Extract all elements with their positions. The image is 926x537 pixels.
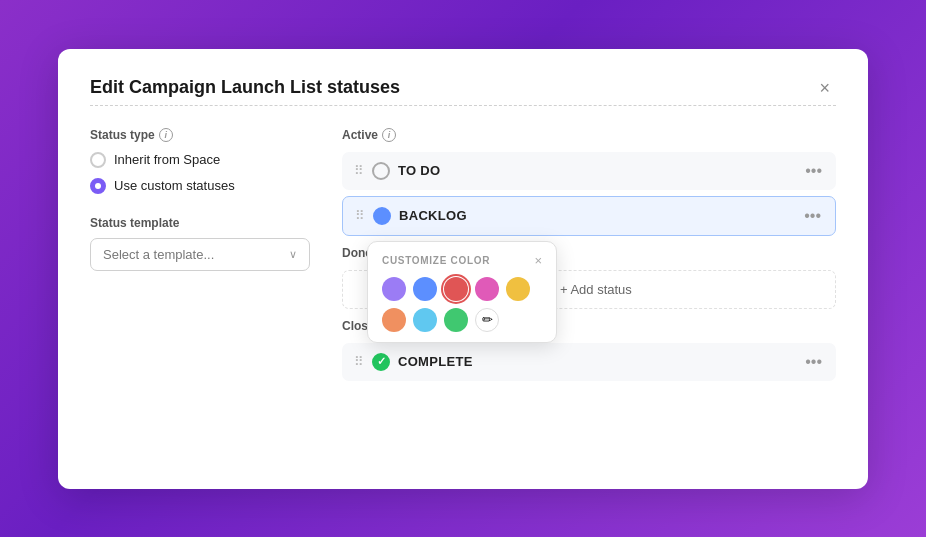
drag-handle-todo[interactable]: ⠿ [354,163,364,178]
radio-inherit-label: Inherit from Space [114,152,220,167]
radio-inherit-from-space[interactable]: Inherit from Space [90,152,310,168]
complete-status-name: COMPLETE [398,354,795,369]
modal-header: Edit Campaign Launch List statuses × [90,77,836,99]
modal-close-button[interactable]: × [813,77,836,99]
swatch-blue[interactable] [413,277,437,301]
todo-more-button[interactable]: ••• [803,162,824,180]
complete-more-button[interactable]: ••• [803,353,824,371]
right-panel: Active i ⠿ TO DO ••• ⠿ ••• [342,128,836,387]
swatch-orange[interactable] [382,308,406,332]
active-info-icon: i [382,128,396,142]
swatch-pink[interactable] [475,277,499,301]
modal-body: Status type i Inherit from Space Use cus… [90,128,836,387]
status-template-section-label: Status template [90,216,310,230]
eyedropper-icon: ✏ [482,312,493,327]
checkmark-icon: ✓ [377,355,386,368]
add-status-label: + Add status [560,282,632,297]
status-type-radio-group: Inherit from Space Use custom statuses [90,152,310,194]
color-swatches: ✏ [382,277,542,332]
swatch-light-blue[interactable] [413,308,437,332]
backlog-name-input[interactable] [399,208,794,223]
drag-handle-complete[interactable]: ⠿ [354,354,364,369]
status-row-complete: ⠿ ✓ COMPLETE ••• [342,343,836,381]
status-row-todo: ⠿ TO DO ••• [342,152,836,190]
radio-inherit-indicator [90,152,106,168]
backlog-more-button[interactable]: ••• [802,207,823,225]
chevron-down-icon: ∨ [289,248,297,261]
left-panel: Status type i Inherit from Space Use cus… [90,128,310,387]
status-template-select[interactable]: Select a template... ∨ [90,238,310,271]
status-type-section-label: Status type i [90,128,310,142]
eyedropper-button[interactable]: ✏ [475,308,499,332]
backlog-status-name [399,208,794,223]
todo-status-icon [372,162,390,180]
swatch-purple[interactable] [382,277,406,301]
status-type-info-icon: i [159,128,173,142]
swatch-green[interactable] [444,308,468,332]
todo-status-name: TO DO [398,163,795,178]
color-picker-title: CUSTOMIZE COLOR [382,255,490,266]
swatch-yellow[interactable] [506,277,530,301]
backlog-status-icon[interactable] [373,207,391,225]
color-picker-close-button[interactable]: × [534,254,542,267]
color-picker-popup: CUSTOMIZE COLOR × ✏ [367,241,557,343]
active-section-label: Active i [342,128,836,142]
radio-custom-indicator [90,178,106,194]
radio-use-custom-statuses[interactable]: Use custom statuses [90,178,310,194]
swatch-red[interactable] [444,277,468,301]
radio-custom-label: Use custom statuses [114,178,235,193]
select-placeholder: Select a template... [103,247,214,262]
modal-title: Edit Campaign Launch List statuses [90,77,400,98]
complete-status-icon: ✓ [372,353,390,371]
header-divider [90,105,836,106]
color-picker-header: CUSTOMIZE COLOR × [382,254,542,267]
edit-statuses-modal: Edit Campaign Launch List statuses × Sta… [58,49,868,489]
drag-handle-backlog[interactable]: ⠿ [355,208,365,223]
status-row-backlog: ⠿ ••• CUSTOMIZE COLOR × [342,196,836,236]
